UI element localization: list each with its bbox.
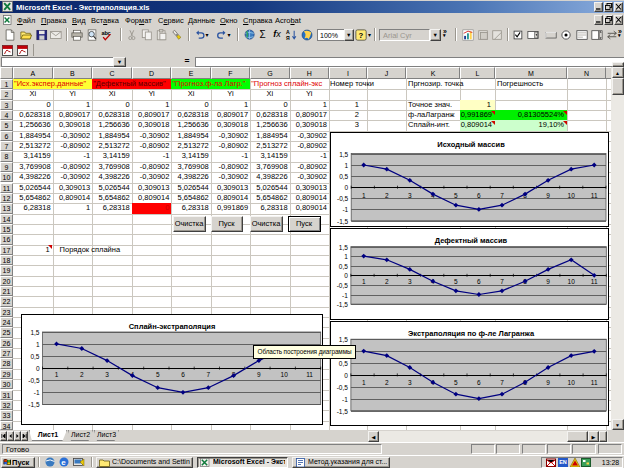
svg-text:1: 1 (362, 277, 366, 284)
svg-text:e: e (61, 458, 66, 467)
svg-text:5: 5 (454, 379, 458, 386)
svg-text:Исходный массив: Исходный массив (437, 140, 505, 149)
svg-text:0: 0 (344, 271, 348, 278)
svg-text:11: 11 (591, 277, 598, 284)
svg-text:9: 9 (257, 371, 261, 378)
svg-text:3: 3 (408, 192, 412, 199)
svg-text:?: ? (359, 31, 364, 40)
svg-text:7: 7 (500, 192, 504, 199)
svg-text:1: 1 (362, 379, 366, 386)
svg-text:1: 1 (55, 371, 59, 378)
svg-text:9: 9 (546, 379, 550, 386)
svg-text:1: 1 (36, 341, 40, 348)
svg-text:-1,5: -1,5 (337, 300, 349, 307)
svg-text:10: 10 (568, 277, 576, 284)
svg-text:1,5: 1,5 (339, 243, 348, 250)
svg-text:-1,5: -1,5 (337, 408, 349, 415)
svg-text:6: 6 (181, 371, 185, 378)
svg-text:11: 11 (591, 192, 598, 199)
svg-text:7: 7 (500, 379, 504, 386)
svg-text:-0,5: -0,5 (337, 195, 349, 202)
svg-text:11: 11 (306, 371, 313, 378)
svg-text:6: 6 (477, 277, 481, 284)
svg-text:1,5: 1,5 (339, 151, 348, 158)
svg-text:2: 2 (385, 277, 389, 284)
svg-text:1,5: 1,5 (339, 336, 348, 343)
svg-text:-0,5: -0,5 (337, 281, 349, 288)
svg-text:-0,5: -0,5 (28, 377, 40, 384)
svg-text:-1: -1 (342, 396, 348, 403)
svg-text:0,5: 0,5 (339, 360, 348, 367)
svg-text:-0,5: -0,5 (337, 384, 349, 391)
svg-text:2: 2 (385, 379, 389, 386)
svg-text:6: 6 (477, 379, 481, 386)
svg-text:10: 10 (568, 379, 576, 386)
svg-text:-1,5: -1,5 (337, 218, 349, 225)
svg-text:Экстраполяция по ф-ле Лагранжа: Экстраполяция по ф-ле Лагранжа (408, 329, 535, 338)
svg-text:9: 9 (546, 277, 550, 284)
svg-text:-1: -1 (34, 389, 40, 396)
svg-text:3: 3 (408, 379, 412, 386)
svg-text:0,5: 0,5 (339, 262, 348, 269)
svg-text:2: 2 (80, 371, 84, 378)
svg-text:Дефектный массив: Дефектный массив (435, 236, 508, 245)
svg-text:-1: -1 (342, 206, 348, 213)
svg-text:1: 1 (344, 252, 348, 259)
svg-text:3: 3 (408, 277, 412, 284)
svg-text:7: 7 (206, 371, 210, 378)
svg-text:3: 3 (105, 371, 109, 378)
svg-text:6: 6 (477, 192, 481, 199)
svg-text:9: 9 (546, 192, 550, 199)
svg-text:0: 0 (345, 184, 349, 191)
svg-text:Сплайн-экстраполяция: Сплайн-экстраполяция (129, 322, 216, 331)
svg-text:1,5: 1,5 (30, 329, 39, 336)
svg-text:11: 11 (591, 379, 598, 386)
svg-text:2: 2 (385, 192, 389, 199)
svg-text:5: 5 (454, 277, 458, 284)
svg-text:Я: Я (286, 35, 290, 41)
svg-text:10: 10 (281, 371, 289, 378)
svg-text:А: А (286, 29, 290, 35)
svg-text:10: 10 (568, 192, 576, 199)
svg-text:5: 5 (454, 192, 458, 199)
svg-text:0: 0 (344, 372, 348, 379)
svg-text:0: 0 (36, 365, 40, 372)
svg-text:-1: -1 (342, 291, 348, 298)
svg-text:7: 7 (500, 277, 504, 284)
svg-text:0,5: 0,5 (339, 173, 348, 180)
svg-text:0,5: 0,5 (30, 353, 39, 360)
svg-text:-1,5: -1,5 (28, 401, 40, 408)
svg-text:1: 1 (345, 162, 349, 169)
svg-text:1: 1 (362, 192, 366, 199)
svg-text:5: 5 (156, 371, 160, 378)
